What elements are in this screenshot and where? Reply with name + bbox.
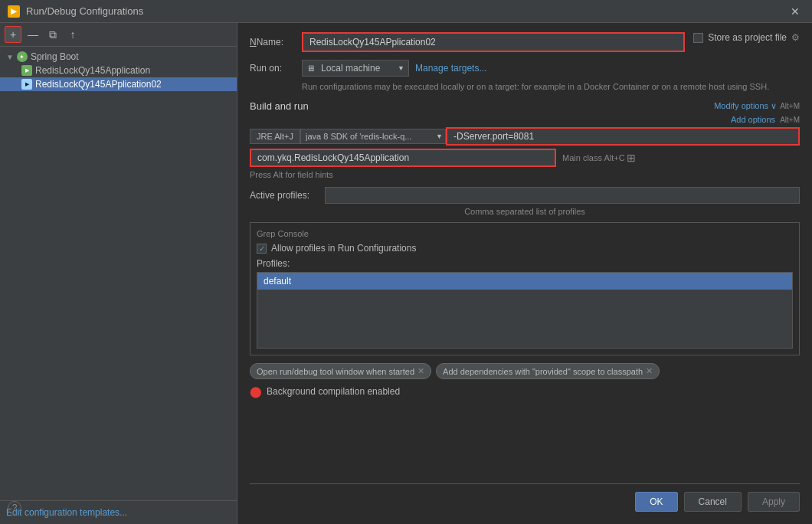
config-tree: ▼ ✦ Spring Boot ▶ RedisLockQy145Applicat… bbox=[0, 47, 237, 500]
profiles-label: Profiles: bbox=[257, 258, 793, 269]
modify-options-link[interactable]: Modify options ∨ bbox=[714, 101, 777, 111]
grep-profiles-list: default bbox=[257, 272, 793, 349]
tree-item-app2[interactable]: ▶ RedisLockQy145APplication02 bbox=[0, 77, 237, 91]
name-input[interactable] bbox=[302, 32, 685, 52]
alt-hint: Press Alt for field hints bbox=[250, 170, 800, 179]
add-options-label[interactable]: Add options bbox=[731, 115, 775, 124]
warning-icon: ⬤ bbox=[250, 385, 262, 398]
local-machine-icon: 🖥 bbox=[306, 64, 315, 73]
left-toolbar: + — ⧉ ↑ ↓ bbox=[0, 23, 237, 47]
add-config-button[interactable]: + bbox=[5, 26, 21, 43]
tree-springboot-group[interactable]: ▼ ✦ Spring Boot bbox=[0, 50, 237, 64]
profiles-hint: Comma separated list of profiles bbox=[250, 207, 800, 216]
gear-icon[interactable]: ⚙ bbox=[791, 32, 800, 43]
title-bar-left: ▶ Run/Debug Configurations bbox=[8, 5, 143, 18]
main-class-row: Main class Alt+C ⊞ bbox=[250, 149, 800, 167]
minus-icon: — bbox=[28, 28, 38, 41]
build-and-run-header: Build and run Modify options ∨ Alt+M bbox=[250, 100, 800, 112]
left-panel: + — ⧉ ↑ ↓ ▼ ✦ Spring Boot bbox=[0, 23, 237, 524]
run-hint: Run configurations may be executed local… bbox=[302, 81, 800, 93]
copy-config-button[interactable]: ⧉ bbox=[44, 26, 61, 43]
open-run-window-label: Open run/debug tool window when started bbox=[257, 367, 414, 376]
springboot-icon: ✦ bbox=[17, 51, 28, 62]
tree-item-app1[interactable]: ▶ RedisLockQy145Application bbox=[0, 64, 237, 77]
default-profile-item[interactable]: default bbox=[257, 273, 792, 290]
modify-options-area: Modify options ∨ Alt+M bbox=[714, 101, 800, 111]
vm-options-input[interactable] bbox=[446, 127, 800, 146]
open-run-window-close[interactable]: ✕ bbox=[417, 366, 424, 376]
allow-profiles-checkbox[interactable] bbox=[257, 244, 267, 254]
open-run-window-chip: Open run/debug tool window when started … bbox=[250, 363, 431, 379]
ok-button[interactable]: OK bbox=[635, 492, 677, 512]
allow-profiles-label: Allow profiles in Run Configurations bbox=[271, 243, 416, 254]
active-profiles-label: Active profiles: bbox=[250, 190, 319, 201]
close-button[interactable]: ✕ bbox=[786, 4, 804, 19]
bottom-buttons: OK Cancel Apply bbox=[250, 483, 800, 515]
up-icon: ↑ bbox=[70, 28, 76, 41]
title-bar-title: Run/Debug Configurations bbox=[26, 5, 143, 17]
app2-icon: ▶ bbox=[21, 79, 32, 90]
add-options-hint: Add options Alt+M bbox=[250, 115, 800, 124]
app-icon: ▶ bbox=[8, 5, 20, 18]
tags-row: Open run/debug tool window when started … bbox=[250, 363, 800, 379]
store-as-project-area: Store as project file ⚙ bbox=[693, 32, 800, 43]
plus-icon: + bbox=[10, 28, 16, 41]
tree-item2-label: RedisLockQy145APplication02 bbox=[35, 79, 162, 90]
main-class-hint: Main class Alt+C bbox=[556, 153, 625, 162]
copy-icon: ⧉ bbox=[49, 28, 57, 41]
run-on-select[interactable]: Local machine bbox=[302, 60, 409, 77]
name-label: NName: bbox=[250, 37, 296, 47]
grep-console-title: Grep Console bbox=[257, 229, 793, 238]
warning-row: ⬤ Background compilation enabled bbox=[250, 385, 800, 398]
add-dependencies-chip: Add dependencies with "provided" scope t… bbox=[436, 363, 660, 379]
sdk-wrapper: java 8 SDK of 'redis-lock-q... ▼ bbox=[300, 129, 446, 144]
active-profiles-input[interactable] bbox=[325, 187, 800, 204]
tree-springboot-label: Spring Boot bbox=[31, 51, 79, 62]
run-on-row: Run on: 🖥 Local machine ▼ Manage targets… bbox=[250, 60, 800, 77]
run-on-label: Run on: bbox=[250, 63, 296, 74]
manage-targets-link[interactable]: Manage targets... bbox=[415, 63, 486, 74]
allow-profiles-row: Allow profiles in Run Configurations bbox=[257, 243, 793, 254]
edit-templates-link[interactable]: Edit configuration templates... bbox=[6, 507, 127, 518]
grep-console-box: Grep Console Allow profiles in Run Confi… bbox=[250, 222, 800, 355]
select-arrow-icon: ▼ bbox=[398, 64, 404, 72]
title-bar: ▶ Run/Debug Configurations ✕ bbox=[0, 0, 812, 23]
cancel-button[interactable]: Cancel bbox=[684, 492, 742, 512]
local-machine-wrapper: 🖥 Local machine ▼ bbox=[302, 60, 409, 77]
add-options-shortcut: Alt+M bbox=[780, 116, 800, 124]
add-dependencies-close[interactable]: ✕ bbox=[646, 366, 653, 376]
warning-text: Background compilation enabled bbox=[267, 386, 400, 397]
right-panel: Store as project file ⚙ NName: Run on: 🖥… bbox=[237, 23, 812, 524]
store-as-project-checkbox[interactable] bbox=[693, 33, 703, 43]
expand-icon[interactable]: ⊞ bbox=[625, 150, 637, 165]
sdk-select[interactable]: java 8 SDK of 'redis-lock-q... bbox=[300, 129, 446, 144]
tree-item1-label: RedisLockQy145Application bbox=[35, 65, 150, 76]
build-and-run-title: Build and run bbox=[250, 100, 309, 112]
left-footer: Edit configuration templates... bbox=[0, 500, 237, 524]
help-button[interactable]: ? bbox=[8, 501, 21, 515]
jre-button[interactable]: JRE Alt+J bbox=[250, 129, 300, 144]
move-up-button[interactable]: ↑ bbox=[64, 26, 81, 43]
store-as-project-label: Store as project file bbox=[708, 32, 787, 43]
build-row: JRE Alt+J java 8 SDK of 'redis-lock-q...… bbox=[250, 127, 800, 146]
active-profiles-row: Active profiles: bbox=[250, 187, 800, 204]
tree-arrow-icon: ▼ bbox=[6, 53, 14, 61]
app1-icon: ▶ bbox=[21, 65, 32, 76]
main-layout: + — ⧉ ↑ ↓ ▼ ✦ Spring Boot bbox=[0, 23, 812, 524]
modify-shortcut: Alt+M bbox=[780, 102, 800, 110]
apply-button[interactable]: Apply bbox=[748, 492, 800, 512]
remove-config-button[interactable]: — bbox=[25, 26, 41, 43]
main-class-input[interactable] bbox=[250, 149, 556, 167]
add-dependencies-label: Add dependencies with "provided" scope t… bbox=[443, 367, 643, 376]
